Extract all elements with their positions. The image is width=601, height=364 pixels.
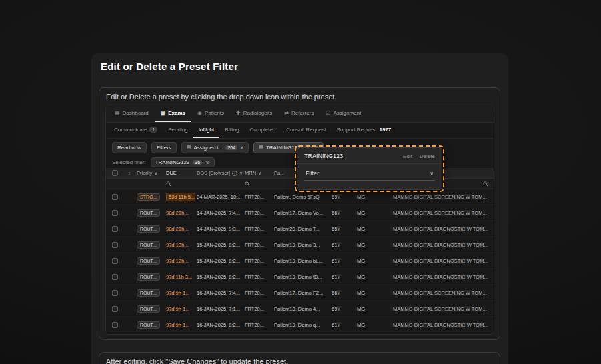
edit-preset-link[interactable]: Edit bbox=[403, 153, 412, 159]
delete-preset-link[interactable]: Delete bbox=[420, 153, 435, 159]
modality-cell: MG bbox=[356, 194, 381, 200]
description-cell: MAMMO DIGITAL DIAGNOSTIC W TOM... bbox=[381, 317, 494, 333]
nav-item-label: Dashboard bbox=[123, 110, 149, 116]
assigned-preset-button[interactable]: ▤ Assigned t... 204 ∨ bbox=[181, 142, 249, 153]
modality-cell: MG bbox=[356, 242, 381, 248]
assigned-count-badge: 204 bbox=[225, 145, 237, 150]
priority-badge: ROUT... bbox=[137, 257, 160, 265]
patient-cell: Patient19, Demo tD... bbox=[273, 274, 330, 280]
sort-icon[interactable]: ↕ bbox=[123, 170, 135, 176]
description-cell: MAMMO DIGITAL DIAGNOSTIC W TOM... bbox=[381, 237, 494, 253]
nav-item-dashboard[interactable]: ▦ Dashboard bbox=[109, 105, 155, 122]
tab-label: Support Request bbox=[336, 127, 376, 133]
table-row[interactable]: ROUT... 97d 9h 1... 16-JAN-2025, 7:4... … bbox=[106, 285, 494, 301]
dos-cell: 16-JAN-2025, 7:1... bbox=[195, 306, 243, 312]
mrn-search-icon[interactable] bbox=[243, 181, 273, 187]
nav-item-referrers[interactable]: ⇄ Referrers bbox=[278, 105, 320, 122]
tab-pending[interactable]: Pending bbox=[163, 123, 193, 138]
remove-filter-icon[interactable]: ⊗ bbox=[205, 159, 210, 165]
patient-cell: Patient, Demo 5FsQ bbox=[273, 194, 330, 200]
row-checkbox[interactable] bbox=[112, 306, 118, 312]
table-row[interactable]: ROUT... 97d 13h ... 15-JAN-2025, 8:2... … bbox=[106, 237, 494, 253]
nav-item-patients[interactable]: ◉ Patients bbox=[191, 105, 230, 122]
table-row[interactable]: STRO... 50d 11h 5... 04-MAR-2025, 10:...… bbox=[106, 189, 494, 205]
row-checkbox[interactable] bbox=[112, 194, 118, 200]
tab-billing[interactable]: Billing bbox=[219, 123, 244, 138]
priority-badge: ROUT... bbox=[137, 273, 160, 281]
table-row[interactable]: ROUT... 97d 12h ... 15-JAN-2025, 8:2... … bbox=[106, 253, 494, 269]
footer-panel: After editing, click "Save Changes" to u… bbox=[99, 352, 500, 364]
tab-label: Inflight bbox=[199, 127, 215, 133]
column-header-mrn[interactable]: MRN ∨ bbox=[243, 170, 273, 176]
tab-badge: 1 bbox=[149, 127, 157, 133]
dos-cell: 15-JAN-2025, 8:2... bbox=[195, 242, 243, 248]
due-value: 97d 12h ... bbox=[166, 258, 189, 264]
priority-badge: ROUT... bbox=[137, 241, 160, 249]
age-cell: 69Y bbox=[330, 194, 356, 200]
priority-badge: ROUT... bbox=[137, 289, 160, 297]
age-cell: 66Y bbox=[330, 210, 356, 216]
preset-icon: ▤ bbox=[259, 145, 263, 150]
preset-icon: ▤ bbox=[187, 145, 191, 150]
modality-cell: MG bbox=[356, 258, 381, 264]
column-header-due[interactable]: DUE ~ bbox=[165, 170, 195, 176]
patient-cell: Patient19, Demo 3... bbox=[273, 242, 330, 248]
patient-cell: Patient17, Demo Vo... bbox=[273, 210, 330, 216]
mrn-cell: FRT20... bbox=[243, 226, 273, 232]
age-cell: 69Y bbox=[330, 306, 356, 312]
description-cell: MAMMO DIGITAL SCREENING W TOM... bbox=[381, 301, 494, 317]
dos-cell: 15-JAN-2025, 8:2... bbox=[195, 258, 243, 264]
preset-dropdown: TRAINING123 Edit Delete Filter ∨ bbox=[297, 147, 442, 190]
dos-cell: 15-JAN-2025, 8:2... bbox=[195, 274, 243, 280]
modality-cell: MG bbox=[356, 226, 381, 232]
table-row[interactable]: ROUT... 98d 21h ... 14-JAN-2025, 9:3... … bbox=[106, 221, 494, 237]
priority-badge: ROUT... bbox=[137, 321, 160, 329]
tab-label: Communicate bbox=[114, 127, 147, 133]
modality-cell: MG bbox=[356, 274, 381, 280]
row-checkbox[interactable] bbox=[112, 258, 118, 264]
table-row[interactable]: ROUT... 98d 21h ... 14-JAN-2025, 7:4... … bbox=[106, 205, 494, 221]
row-checkbox[interactable] bbox=[112, 322, 118, 328]
page-title: Edit or Delete a Preset Filter bbox=[101, 61, 238, 72]
selected-filter-label: Selected filter: bbox=[112, 159, 146, 165]
column-header-dos[interactable]: DOS [Browser] i ∨ bbox=[195, 170, 243, 176]
age-cell: 66Y bbox=[330, 290, 356, 296]
tab-support-request[interactable]: Support Request 1977 bbox=[331, 123, 396, 138]
filter-select[interactable]: Filter ∨ bbox=[304, 168, 435, 181]
tab-completed[interactable]: Completed bbox=[245, 123, 281, 138]
filters-button[interactable]: Filters bbox=[151, 142, 177, 153]
radiologists-icon: ✚ bbox=[236, 110, 241, 116]
nav-item-radiologists[interactable]: ✚ Radiologists bbox=[230, 105, 278, 122]
row-checkbox[interactable] bbox=[112, 290, 118, 296]
table-row[interactable]: ROUT... 97d 11h 3... 15-JAN-2025, 8:2...… bbox=[106, 269, 494, 285]
instruction-panel: Edit or Delete a preset by clicking the … bbox=[99, 87, 500, 340]
tab-inflight[interactable]: Inflight bbox=[193, 123, 220, 138]
modality-cell: MG bbox=[356, 290, 381, 296]
selected-filter-chip[interactable]: TRAINING123 36 ⊗ bbox=[151, 157, 215, 167]
mrn-cell: FRT20... bbox=[243, 322, 273, 328]
nav-item-exams[interactable]: ▣ Exams bbox=[155, 105, 191, 122]
tab-consult-request[interactable]: Consult Request bbox=[281, 123, 331, 138]
assignment-icon: ☑ bbox=[326, 110, 330, 116]
preset-name: TRAINING123 bbox=[304, 153, 343, 159]
dos-cell: 16-JAN-2025, 8:2... bbox=[195, 322, 243, 328]
description-cell: MAMMO DIGITAL DIAGNOSTIC W TOM... bbox=[381, 221, 494, 237]
row-checkbox[interactable] bbox=[112, 226, 118, 232]
due-search-icon[interactable] bbox=[165, 181, 195, 187]
row-checkbox[interactable] bbox=[112, 210, 118, 216]
row-checkbox[interactable] bbox=[112, 274, 118, 280]
modality-cell: MG bbox=[356, 306, 381, 312]
select-all-checkbox[interactable] bbox=[112, 170, 118, 176]
table-row[interactable]: ROUT... 97d 9h 1... 16-JAN-2025, 7:1... … bbox=[106, 301, 494, 317]
dos-cell: 14-JAN-2025, 9:3... bbox=[195, 226, 243, 232]
table-row[interactable]: ROUT... 97d 9h 1... 16-JAN-2025, 8:2... … bbox=[106, 317, 494, 333]
description-cell: MAMMO DIGITAL SCREENING W TOM... bbox=[381, 285, 494, 301]
column-header-priority[interactable]: Priority ∨ bbox=[135, 170, 165, 176]
tab-communicate[interactable]: Communicate 1 bbox=[109, 123, 163, 138]
age-cell: 61Y bbox=[330, 258, 356, 264]
table-body: STRO... 50d 11h 5... 04-MAR-2025, 10:...… bbox=[106, 189, 494, 333]
read-now-button[interactable]: Read now bbox=[112, 142, 147, 153]
row-checkbox[interactable] bbox=[112, 242, 118, 248]
nav-item-assignment[interactable]: ☑ Assignment bbox=[320, 105, 367, 122]
chevron-down-icon: ∨ bbox=[258, 171, 261, 176]
